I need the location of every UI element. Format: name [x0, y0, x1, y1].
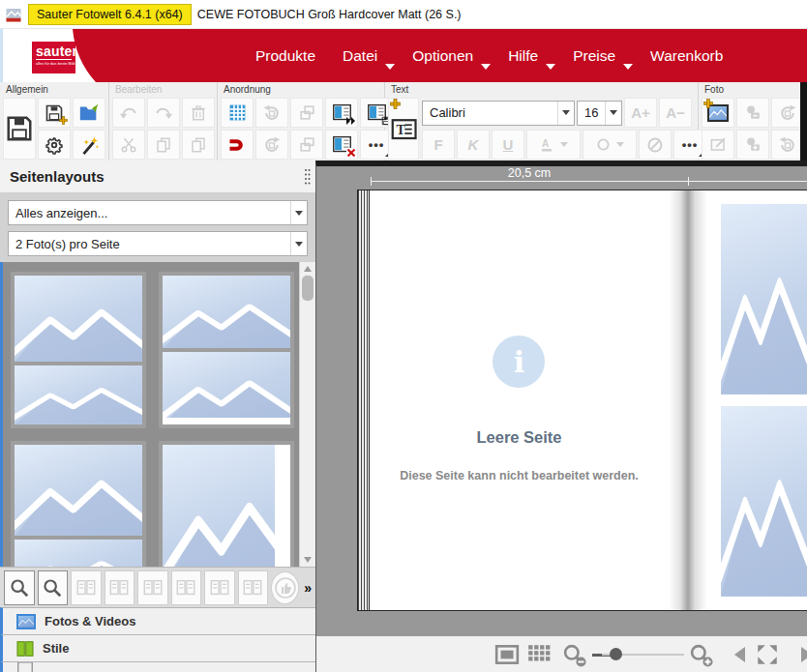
canvas-bottom-bar [316, 636, 807, 672]
chevron-down-icon[interactable] [290, 201, 307, 224]
photo-placeholder[interactable] [721, 406, 807, 597]
next-page-button[interactable] [792, 641, 807, 668]
photo-zoom-out-button [736, 98, 769, 128]
scroll-down-icon[interactable] [304, 557, 312, 563]
group-label: Foto [704, 84, 724, 95]
layout-filters: Alles anzeigen... 2 Foto(s) pro Seite [0, 193, 315, 262]
styles-icon [16, 641, 34, 657]
magic-wand-button[interactable] [73, 130, 105, 160]
magnet-align-button[interactable] [221, 130, 254, 160]
sauter-logo: sauter alles für das beste Bild [32, 42, 75, 73]
font-family-select[interactable]: Calibri [422, 101, 575, 126]
font-size-select[interactable]: 16 [577, 101, 622, 126]
single-page-view-button[interactable] [493, 641, 521, 668]
left-page-empty[interactable]: i Leere Seite Diese Seite kann nicht bea… [369, 190, 669, 611]
bold-label: F [433, 136, 442, 153]
delete-layout-button[interactable] [325, 130, 358, 160]
photos-per-page-select[interactable]: 2 Foto(s) pro Seite [8, 231, 308, 256]
font-family-value: Calibri [423, 105, 557, 120]
add-photo-button[interactable] [702, 98, 734, 128]
save-button[interactable] [3, 98, 36, 160]
undo-button [112, 98, 145, 128]
photo-zoom-in-button [736, 130, 769, 160]
thumbs-zoom-in-button[interactable] [38, 570, 69, 605]
panel-drag-handle-icon[interactable] [304, 168, 311, 186]
sidebar-section-stile[interactable]: Stile [0, 634, 315, 661]
menu-hilfe[interactable]: Hilfe [494, 40, 552, 73]
fullscreen-button[interactable] [754, 641, 781, 668]
spread-layout-button-1 [71, 570, 102, 605]
photo-placeholder[interactable] [721, 204, 807, 394]
layout-category-select[interactable]: Alles anzeigen... [8, 200, 308, 225]
spread-layout-button-5 [204, 570, 235, 605]
layout-thumbnail[interactable] [11, 441, 146, 567]
chevron-down-icon [560, 142, 568, 147]
menu-bar: sauter alles für das beste Bild Produkte… [0, 29, 807, 82]
layout-thumbnail[interactable] [159, 441, 294, 567]
redo-button [147, 98, 180, 128]
empty-page-info: i Leere Seite Diese Seite kann nicht bea… [400, 336, 639, 482]
expand-tools-button[interactable]: » [304, 580, 312, 596]
scrollbar-thumb[interactable] [302, 276, 314, 301]
group-label: Allgemein [6, 84, 48, 95]
chevron-down-icon[interactable] [605, 102, 621, 125]
previous-page-button[interactable] [726, 641, 753, 668]
zoom-in-button[interactable] [687, 641, 714, 668]
layout-thumbnail[interactable] [159, 272, 294, 428]
paste-button [182, 130, 215, 160]
more-dots: ••• [369, 137, 385, 152]
zoom-out-button[interactable] [560, 641, 587, 668]
menu-produkte[interactable]: Produkte [242, 40, 329, 73]
open-export-button[interactable] [73, 98, 105, 128]
settings-button[interactable] [38, 130, 71, 160]
font-size-value: 16 [578, 105, 605, 120]
layout-category-value: Alles anzeigen... [9, 206, 290, 220]
sidebar-title: Seitenlayouts [10, 168, 105, 185]
grid-view-button[interactable] [525, 641, 553, 668]
sidebar-section-partial[interactable] [0, 661, 315, 672]
thumbnail-scrollbar[interactable] [299, 262, 315, 567]
window-title: CEWE FOTOBUCH Groß Hardcover Matt (26 S.… [197, 8, 462, 21]
menu-warenkorb[interactable]: Warenkorb [637, 40, 736, 73]
spread-layout-button-3 [137, 570, 168, 605]
title-bar: Sauter Fotowelt 6.4.1 (x64) CEWE FOTOBUC… [0, 0, 807, 29]
italic-label: K [468, 136, 479, 153]
main-area: Seitenlayouts Alles anzeigen... 2 Foto(s… [0, 161, 807, 672]
right-page[interactable] [707, 190, 807, 611]
send-backward-button [290, 130, 323, 160]
add-text-button[interactable]: T [388, 98, 419, 160]
chevron-down-icon [616, 142, 624, 147]
font-larger-button: A+ [624, 98, 657, 128]
menu-optionen[interactable]: Optionen [399, 40, 487, 73]
sidebar-section-fotos-videos[interactable]: Fotos & Videos [0, 607, 315, 634]
layout-toolbar: » [0, 567, 315, 607]
chevron-down-icon[interactable] [481, 64, 491, 70]
apply-layout-button[interactable] [325, 98, 358, 128]
app-icon [5, 6, 22, 23]
bring-forward-button [290, 98, 323, 128]
fill-color-select [583, 130, 637, 160]
save-as-button[interactable] [38, 98, 71, 128]
layout-thumbnail-list [0, 262, 315, 567]
info-icon: i [493, 336, 545, 388]
thumbs-zoom-out-button[interactable] [4, 570, 35, 605]
menu-datei[interactable]: Datei [329, 40, 391, 73]
chevron-down-icon[interactable] [385, 64, 395, 70]
rotate-left-button [255, 98, 288, 128]
scroll-up-icon[interactable] [304, 266, 312, 272]
chevron-down-icon[interactable] [546, 64, 555, 70]
empty-page-title: Leere Seite [476, 428, 561, 447]
edit-photo-button [702, 130, 734, 160]
cut-button [112, 130, 145, 160]
photo-rotate-right-button [771, 98, 804, 128]
grid-snap-button[interactable] [221, 98, 254, 128]
chevron-down-icon[interactable] [557, 102, 574, 125]
logo-brand-text: sauter [36, 44, 72, 59]
chevron-down-icon[interactable] [290, 232, 307, 255]
layout-thumbnail[interactable] [11, 272, 146, 428]
chevron-down-icon[interactable] [623, 64, 633, 70]
zoom-slider-handle[interactable] [610, 648, 622, 660]
spread-layout-button-2 [105, 570, 135, 605]
group-label: Anordnung [224, 84, 271, 95]
menu-preise[interactable]: Preise [559, 40, 629, 73]
